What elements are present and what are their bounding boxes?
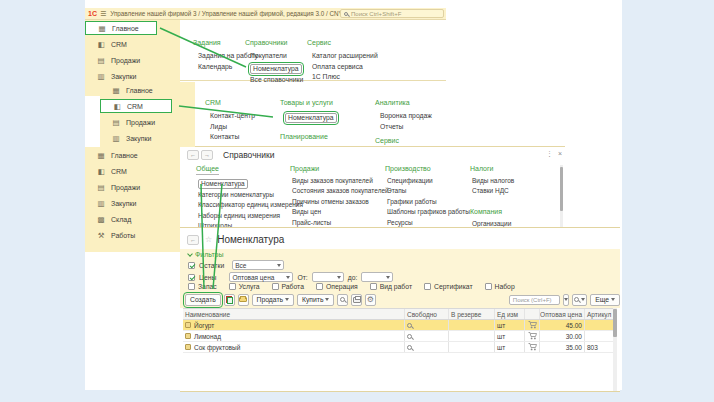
scrollbar[interactable] <box>560 165 563 227</box>
sidebar-item-prodazhi[interactable]: ▤ Продажи <box>85 179 180 195</box>
col-name[interactable]: Наименование <box>183 309 405 319</box>
sidebar-item-prodazhi[interactable]: ▤ Продажи <box>85 52 180 68</box>
col-free[interactable]: Свободно <box>405 309 449 319</box>
buy-button[interactable]: Купить <box>297 294 334 306</box>
sidebar-item-glavnoe[interactable]: ▦ Главное <box>85 21 157 35</box>
sidebar-item-zakupki[interactable]: ▥ Закупки <box>100 130 195 146</box>
magnifier-icon[interactable] <box>407 334 412 339</box>
print-button[interactable] <box>351 294 362 306</box>
menu-item-otchety[interactable]: Отчеты <box>375 122 432 133</box>
menu-item-organizacii[interactable]: Организации <box>470 219 525 228</box>
sidebar-item-glavnoe[interactable]: ▦ Главное <box>85 147 180 163</box>
settings-button[interactable]: ⚙ <box>365 294 376 306</box>
operaciya-checkbox[interactable] <box>316 283 323 290</box>
menu-item-1c-plus[interactable]: 1С Плюс <box>307 72 378 83</box>
operaciya-label: Операция <box>326 283 358 290</box>
create-group-button[interactable] <box>238 294 249 306</box>
cart-icon[interactable] <box>528 321 537 329</box>
col-price[interactable]: Оптовая цена <box>540 309 585 319</box>
zapas-checkbox[interactable] <box>188 283 195 290</box>
sidebar-item-crm[interactable]: ◧ CRM <box>100 99 172 113</box>
menu-item-nabory-edinic[interactable]: Наборы единиц измерения <box>196 211 303 221</box>
menu-item-specifikacii[interactable]: Спецификации <box>385 176 470 186</box>
sell-button[interactable]: Продать <box>252 294 294 306</box>
col-unit[interactable]: Ед изм <box>495 309 525 319</box>
sidebar-item-raboty[interactable]: ⚒ Работы <box>85 227 180 243</box>
back-button[interactable]: ← <box>187 150 199 160</box>
table-row[interactable]: Сок фруктовый шт 35.00 803 <box>183 342 613 353</box>
price-type-select[interactable]: Оптовая цена <box>229 272 293 282</box>
sidebar-item-crm[interactable]: ◧ CRM <box>85 163 180 179</box>
rabota-checkbox[interactable] <box>272 283 279 290</box>
create-button[interactable]: Создать <box>185 294 221 306</box>
chevron-down-icon <box>564 298 568 301</box>
back-button[interactable]: ← <box>187 235 199 245</box>
find-button[interactable] <box>337 294 348 306</box>
menu-item-vidy-cen[interactable]: Виды цен <box>290 207 389 217</box>
col-reserved[interactable]: В резерве <box>449 309 495 319</box>
global-search-input[interactable]: Поиск Ctrl+Shift+F <box>340 9 444 18</box>
sertifikat-checkbox[interactable] <box>424 283 431 290</box>
copy-button[interactable] <box>224 294 235 306</box>
menu-item-pokupateli[interactable]: Покупатели <box>245 51 303 62</box>
price-from-input[interactable] <box>312 272 344 282</box>
sidebar-item-prodazhi[interactable]: ▤ Продажи <box>100 114 195 130</box>
col-sku[interactable]: Артикул <box>585 309 613 319</box>
menu-item-prichiny-otmeny[interactable]: Причины отмены заказов <box>290 197 389 207</box>
sidebar-item-crm[interactable]: ◧ CRM <box>85 36 180 52</box>
favorite-star-icon[interactable]: ☆ <box>205 235 212 244</box>
sidebar-item-label: Склад <box>111 216 131 223</box>
menu-item-kategorii-nomenklatury[interactable]: Категории номенклатуры <box>196 190 303 200</box>
menu-item-prays-listy[interactable]: Прайс-листы <box>290 218 389 228</box>
menu-item-shablony-grafikov[interactable]: Шаблоны графиков работы <box>385 207 470 217</box>
sidebar-item-glavnoe[interactable]: ▦ Главное <box>100 82 195 98</box>
menu-item-nomenklatura[interactable]: Номенклатура <box>196 178 303 190</box>
menu-item-vidy-nalogov[interactable]: Виды налогов <box>470 176 525 186</box>
table-row[interactable]: Лимонад шт 30.00 <box>183 331 613 342</box>
menu-item-resursy[interactable]: Ресурсы <box>385 218 470 228</box>
magnifier-icon[interactable] <box>407 345 412 350</box>
cart-icon[interactable] <box>528 343 537 351</box>
vid-rabot-checkbox[interactable] <box>370 283 377 290</box>
menu-item-lidy[interactable]: Лиды <box>205 122 255 133</box>
crm-icon: ◧ <box>112 102 122 111</box>
search-history-button[interactable] <box>563 294 570 306</box>
menu-item-kontakt-centr[interactable]: Контакт-центр <box>205 111 255 122</box>
spravochniki-window: ← → Справочники ⋮ × Общее Номенклатура К… <box>180 147 620 228</box>
list-search-input[interactable]: Поиск (Ctrl+F) <box>509 295 560 305</box>
nabor-checkbox[interactable] <box>485 283 492 290</box>
menu-item-shtrihkody[interactable]: Штрихкоды <box>196 221 303 228</box>
menu-item-sostoyaniya-zakazov[interactable]: Состояния заказов покупателей <box>290 186 389 196</box>
table-row[interactable]: Йогурт шт 45.00 <box>183 320 613 331</box>
cart-icon[interactable] <box>528 332 537 340</box>
menu-item-kontakty[interactable]: Контакты <box>205 132 255 143</box>
usluga-checkbox[interactable] <box>229 283 236 290</box>
window-menu-icon[interactable]: ⋮ <box>546 150 553 158</box>
menu-item-etapy[interactable]: Этапы <box>385 186 470 196</box>
menu-item-oplata-servisa[interactable]: Оплата сервиса <box>307 62 378 73</box>
menu-item-stavki-nds[interactable]: Ставки НДС <box>470 186 525 196</box>
close-icon[interactable]: × <box>558 150 562 157</box>
sidebar-item-sklad[interactable]: ▩ Склад <box>85 211 180 227</box>
menu-item-klassifikator-edinic[interactable]: Классификатор единиц измерения <box>196 200 303 210</box>
ostatki-checkbox[interactable] <box>188 262 195 269</box>
more-button[interactable]: Еще <box>590 294 620 306</box>
ostatki-select[interactable]: Все <box>232 260 284 270</box>
filters-collapse[interactable]: Фильтры <box>188 251 224 258</box>
menu-item-katalog-rasshireniy[interactable]: Каталог расширений <box>307 51 378 62</box>
menu-item-nomenklatura[interactable]: Номенклатура <box>280 111 337 125</box>
menu-item-nomenklatura[interactable]: Номенклатура <box>245 62 303 75</box>
menu-item-vidy-zakazov[interactable]: Виды заказов покупателей <box>290 176 389 186</box>
search-options-button[interactable] <box>572 294 587 306</box>
magnifier-icon[interactable] <box>407 323 412 328</box>
price-to-input[interactable] <box>361 272 393 282</box>
scrollbar[interactable] <box>613 308 617 392</box>
menu-item-voronka-prodazh[interactable]: Воронка продаж <box>375 111 432 122</box>
tab-obshchee[interactable]: Общее <box>196 164 303 175</box>
ceny-checkbox[interactable] <box>188 274 195 281</box>
menu-item-grafiki-raboty[interactable]: Графики работы <box>385 197 470 207</box>
menu-header-tovary-i-uslugi: Товары и услуги <box>280 98 337 107</box>
sidebar-item-zakupki[interactable]: ▥ Закупки <box>85 195 180 211</box>
forward-button[interactable]: → <box>201 150 213 160</box>
hamburger-menu-icon[interactable]: ☰ <box>100 10 106 18</box>
